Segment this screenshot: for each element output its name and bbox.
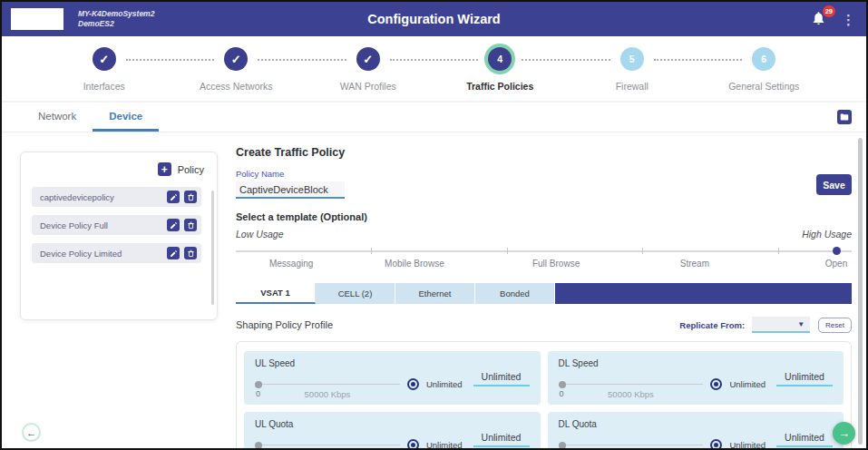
slider-max: 50000 Kbps — [608, 389, 654, 399]
slider-track — [559, 445, 704, 446]
slider-min: 0 — [560, 389, 564, 398]
shaping-policy-card: UL Speed 0 50000 Kbps Unlimited Unlimite… — [236, 341, 852, 450]
policy-list-item[interactable]: Device Policy Limited — [32, 243, 201, 263]
policy-name: captivedevicepolicy — [40, 192, 162, 202]
ul-speed-label: UL Speed — [255, 358, 530, 368]
interface-tabbar: VSAT 1 CELL (2) Ethernet Bonded — [236, 283, 852, 304]
policy-name: Device Policy Limited — [40, 249, 162, 259]
tab-cell[interactable]: CELL (2) — [316, 283, 395, 304]
page-scrollbar[interactable] — [858, 138, 863, 445]
tabbar-actions — [837, 103, 852, 132]
dl-quota-slider[interactable]: 0 5000 MB — [559, 440, 704, 450]
step-label: General Settings — [728, 81, 799, 92]
step-number: 6 — [752, 47, 775, 71]
edit-icon[interactable] — [167, 219, 180, 231]
page-title: Configuration Wizard — [367, 12, 500, 26]
save-button[interactable]: Save — [816, 174, 852, 195]
traffic-policy-form: Create Traffic Policy Policy Name Save S… — [236, 132, 852, 450]
wizard-stepper: ✓ Interfaces ✓ Access Networks ✓ WAN Pro… — [2, 36, 866, 103]
step-label: Firewall — [616, 81, 649, 92]
slider-tick — [507, 248, 508, 254]
delete-icon[interactable] — [184, 219, 197, 231]
dl-speed-card: DL Speed 0 50000 Kbps Unlimited Unlimite… — [548, 351, 844, 405]
replicate-from-select[interactable]: ▼ — [752, 317, 810, 333]
policy-name-input[interactable] — [236, 181, 345, 199]
step-wan-profiles[interactable]: ✓ WAN Profiles — [302, 47, 434, 101]
step-label: Traffic Policies — [466, 81, 533, 92]
delete-icon[interactable] — [184, 191, 197, 203]
notification-badge: 29 — [823, 5, 835, 17]
unlimited-radio[interactable] — [710, 378, 722, 390]
slider-handle[interactable] — [255, 442, 262, 449]
policy-list-panel: + Policy captivedevicepolicy Device Poli… — [20, 152, 218, 320]
slider-tick — [778, 248, 779, 254]
next-button[interactable]: → — [833, 422, 855, 445]
tab-device[interactable]: Device — [93, 103, 159, 132]
template-option-open[interactable]: Open — [825, 259, 847, 269]
top-bar: MY-K4DemoSystem2 DemoES2 Configuration W… — [2, 2, 866, 36]
delete-icon[interactable] — [184, 247, 197, 259]
policy-list-item[interactable]: captivedevicepolicy — [32, 187, 201, 207]
dl-speed-slider[interactable]: 0 50000 Kbps — [559, 379, 704, 390]
folder-icon[interactable] — [837, 110, 852, 124]
main-content: + Policy captivedevicepolicy Device Poli… — [2, 132, 866, 450]
back-button[interactable]: ← — [22, 423, 41, 442]
shaping-header: Shaping Policy Profile Replicate From: ▼… — [236, 317, 852, 333]
ul-speed-slider[interactable]: 0 50000 Kbps — [255, 379, 400, 390]
ul-quota-slider[interactable]: 0 2000 MB — [255, 440, 400, 450]
step-firewall[interactable]: 5 Firewall — [566, 47, 698, 101]
edit-icon[interactable] — [167, 247, 180, 259]
template-slider-track[interactable] — [236, 250, 852, 252]
slider-track — [559, 384, 704, 386]
template-slider[interactable] — [236, 247, 852, 256]
template-slider-handle[interactable] — [833, 247, 841, 255]
policy-list-item[interactable]: Device Policy Full — [32, 215, 201, 235]
add-policy-button[interactable]: + Policy — [30, 162, 204, 176]
tab-network[interactable]: Network — [22, 103, 93, 132]
step-general-settings[interactable]: 6 General Settings — [698, 47, 831, 101]
step-access-networks[interactable]: ✓ Access Networks — [171, 47, 303, 101]
tab-vsat-1[interactable]: VSAT 1 — [236, 283, 316, 304]
unlimited-radio[interactable] — [407, 439, 419, 450]
policy-name-label: Policy Name — [236, 169, 852, 179]
slider-max: 50000 Kbps — [305, 389, 351, 399]
notifications-button[interactable]: 29 — [811, 10, 829, 28]
slider-handle[interactable] — [255, 381, 262, 388]
topbar-actions: 29 ⋮ — [811, 10, 855, 28]
template-option-mobile-browse[interactable]: Mobile Browse — [385, 259, 444, 269]
unlimited-radio-label: Unlimited — [426, 440, 463, 450]
template-option-full-browse[interactable]: Full Browse — [532, 259, 580, 269]
dl-quota-value-field[interactable]: Unlimited — [776, 432, 833, 447]
ul-speed-value-field[interactable]: Unlimited — [473, 371, 530, 386]
edit-icon[interactable] — [167, 191, 180, 203]
reset-button[interactable]: Reset — [818, 318, 852, 333]
ul-quota-value-field[interactable]: Unlimited — [473, 432, 530, 447]
tab-ethernet[interactable]: Ethernet — [395, 283, 475, 304]
template-option-messaging[interactable]: Messaging — [269, 259, 313, 269]
policy-list-scrollbar[interactable] — [211, 191, 214, 305]
step-label: WAN Profiles — [340, 81, 396, 92]
step-check-icon: ✓ — [224, 47, 248, 71]
unlimited-radio-label: Unlimited — [729, 440, 766, 450]
dl-speed-value-field[interactable]: Unlimited — [776, 371, 833, 386]
slider-track — [255, 445, 400, 446]
template-option-stream[interactable]: Stream — [680, 259, 709, 269]
unlimited-radio[interactable] — [710, 439, 722, 450]
scope-tabbar: Network Device — [2, 103, 866, 132]
form-title: Create Traffic Policy — [236, 146, 852, 159]
slider-tick — [371, 248, 372, 254]
configuration-wizard-app: MY-K4DemoSystem2 DemoES2 Configuration W… — [0, 0, 868, 450]
ul-quota-card: UL Quota 0 2000 MB Unlimited Unlimited — [244, 412, 541, 450]
slider-handle[interactable] — [559, 442, 566, 449]
tab-bonded[interactable]: Bonded — [475, 283, 555, 304]
step-check-icon: ✓ — [93, 47, 116, 71]
step-check-icon: ✓ — [356, 47, 380, 71]
slider-handle[interactable] — [559, 381, 566, 388]
unlimited-radio[interactable] — [407, 378, 419, 390]
step-traffic-policies[interactable]: 4 Traffic Policies — [434, 47, 567, 101]
system-subname: DemoES2 — [78, 19, 154, 29]
step-interfaces[interactable]: ✓ Interfaces — [38, 47, 171, 101]
logo — [11, 8, 63, 30]
step-number: 4 — [488, 47, 512, 71]
overflow-menu-button[interactable]: ⋮ — [842, 13, 855, 26]
